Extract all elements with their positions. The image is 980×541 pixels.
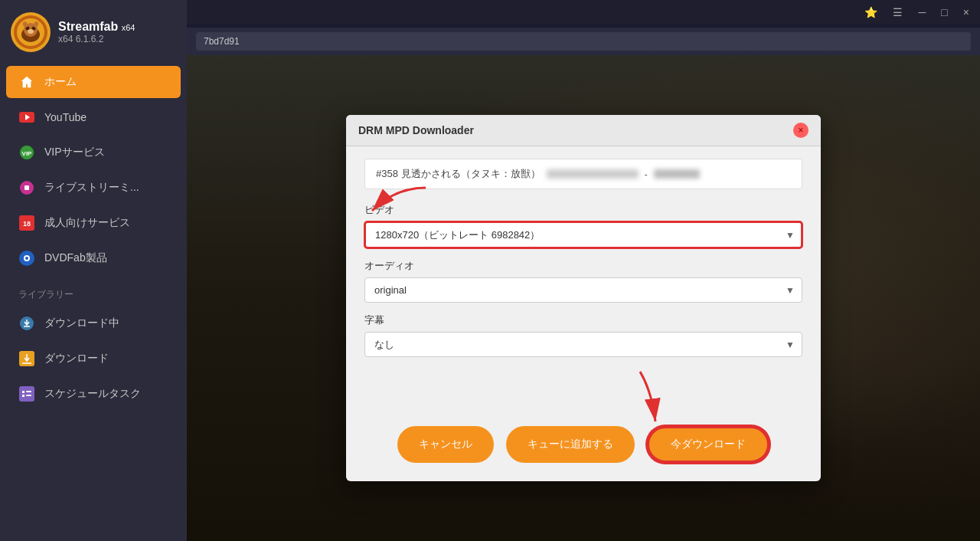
svg-rect-26 — [22, 395, 24, 397]
sidebar-item-live[interactable]: ライブストリーミ... — [6, 172, 181, 204]
svg-point-19 — [25, 257, 28, 260]
sidebar-item-youtube[interactable]: YouTube — [6, 101, 181, 133]
drm-mpd-dialog: DRM MPD Downloader × #358 見透かされる（タヌキ：放獣）… — [346, 115, 821, 481]
maximize-btn[interactable]: □ — [936, 5, 952, 20]
home-icon — [18, 74, 35, 90]
dialog-info-bar: #358 見透かされる（タヌキ：放獣） - — [364, 159, 802, 189]
main-content: ⭐ ☰ ─ □ × — [187, 0, 980, 541]
svg-rect-27 — [26, 391, 31, 392]
schedule-icon — [18, 385, 35, 402]
audio-select-wrapper: original ▼ — [364, 277, 802, 303]
menu-icon: ☰ — [888, 5, 907, 20]
app-name: Streamfab x64 — [58, 20, 135, 34]
adult-icon: 18 — [18, 215, 35, 231]
dialog-titlebar: DRM MPD Downloader × — [346, 115, 821, 146]
sidebar-item-downloading[interactable]: ダウンロード中 — [6, 307, 181, 339]
video-label: ビデオ — [364, 203, 802, 217]
sidebar-item-vip[interactable]: VIP VIPサービス — [6, 136, 181, 169]
subtitle-select-wrapper: なし ▼ — [364, 332, 802, 357]
app-header: Streamfab x64 x64 6.1.6.2 — [0, 0, 187, 64]
app-logo — [11, 12, 51, 52]
audio-label: オーディオ — [364, 259, 802, 273]
sidebar-item-adult-label: 成人向けサービス — [44, 216, 130, 230]
vip-icon: VIP — [18, 144, 35, 161]
sidebar-item-schedule[interactable]: スケジュールタスク — [6, 378, 181, 410]
sidebar-item-schedule-label: スケジュールタスク — [44, 387, 141, 401]
video-select-wrapper: 1280x720（ビットレート 6982842） ▼ — [364, 221, 802, 248]
sidebar-item-youtube-label: YouTube — [44, 111, 87, 123]
minimize-btn[interactable]: ─ — [913, 5, 930, 20]
dialog-overlay: DRM MPD Downloader × #358 見透かされる（タヌキ：放獣）… — [187, 55, 980, 541]
blurred-info-1 — [547, 169, 639, 179]
spacer — [364, 368, 802, 398]
video-section: ビデオ 1280x720（ビットレート 6982842） ▼ — [364, 203, 802, 248]
audio-section: オーディオ original ▼ — [364, 259, 802, 303]
sidebar-item-downloading-label: ダウンロード中 — [44, 316, 119, 330]
sidebar-item-home[interactable]: ホーム — [6, 66, 181, 98]
sidebar-item-dvdfab[interactable]: DVDFab製品 — [6, 242, 181, 274]
app-name-block: Streamfab x64 x64 6.1.6.2 — [58, 20, 135, 44]
app-version: x64 6.1.6.2 — [58, 34, 135, 44]
blurred-info-2 — [654, 169, 700, 179]
close-btn[interactable]: × — [959, 5, 974, 20]
svg-text:VIP: VIP — [22, 150, 33, 157]
titlebar-icon: ⭐ — [860, 5, 882, 20]
sidebar: Streamfab x64 x64 6.1.6.2 ホーム YouTube VI… — [0, 0, 187, 541]
sidebar-item-vip-label: VIPサービス — [44, 146, 105, 159]
subtitle-label: 字幕 — [364, 313, 802, 327]
video-select[interactable]: 1280x720（ビットレート 6982842） — [364, 221, 802, 248]
sidebar-item-downloaded-label: ダウンロード — [44, 352, 109, 366]
svg-rect-14 — [24, 185, 29, 190]
svg-text:18: 18 — [23, 220, 31, 228]
cancel-button[interactable]: キャンセル — [397, 426, 494, 463]
dialog-body: #358 見透かされる（タヌキ：放獣） - — [346, 146, 821, 414]
live-icon — [18, 179, 35, 196]
sidebar-item-dvdfab-label: DVDFab製品 — [44, 251, 107, 265]
dialog-close-button[interactable]: × — [793, 123, 808, 138]
window-titlebar: ⭐ ☰ ─ □ × — [187, 0, 980, 25]
svg-point-6 — [28, 29, 34, 34]
dialog-title: DRM MPD Downloader — [358, 124, 474, 136]
sidebar-item-home-label: ホーム — [44, 75, 77, 89]
dvdfab-icon — [18, 250, 35, 267]
svg-rect-28 — [26, 395, 31, 396]
svg-rect-24 — [19, 386, 34, 402]
url-input[interactable] — [196, 32, 971, 51]
download-now-button[interactable]: 今ダウンロード — [647, 426, 769, 463]
audio-select[interactable]: original — [364, 277, 802, 303]
sidebar-item-live-label: ライブストリーミ... — [44, 181, 139, 195]
svg-rect-25 — [22, 391, 24, 393]
episode-info: #358 見透かされる（タヌキ：放獣） — [376, 167, 541, 181]
subtitle-section: 字幕 なし ▼ — [364, 313, 802, 357]
youtube-icon — [18, 109, 35, 126]
queue-button[interactable]: キューに追加する — [506, 426, 635, 463]
dialog-footer: キャンセル キューに追加する 今ダウンロード — [346, 414, 821, 481]
download-active-icon — [18, 315, 35, 332]
sidebar-item-downloaded[interactable]: ダウンロード — [6, 343, 181, 375]
url-bar — [187, 28, 980, 55]
library-section-label: ライブラリー — [0, 276, 187, 306]
download-done-icon — [18, 350, 35, 367]
sidebar-item-adult[interactable]: 18 成人向けサービス — [6, 207, 181, 239]
subtitle-select[interactable]: なし — [364, 332, 802, 357]
